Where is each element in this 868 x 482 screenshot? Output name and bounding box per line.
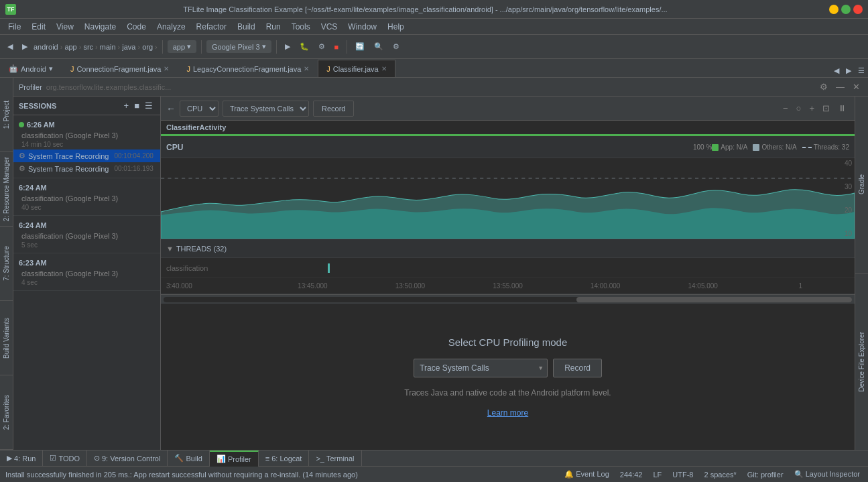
sessions-add-btn[interactable]: + (122, 100, 131, 111)
tab-legacy-fragment[interactable]: J LegacyConnectionFragment.java ✕ (178, 60, 318, 77)
breadcrumb-main[interactable]: main (100, 43, 116, 51)
cpu-record-btn[interactable]: Record (553, 359, 602, 377)
menu-window[interactable]: Window (343, 21, 382, 33)
stop-btn[interactable]: ■ (331, 41, 343, 53)
breadcrumb-java[interactable]: java (122, 43, 135, 51)
menu-run[interactable]: Run (261, 21, 286, 33)
menu-navigate[interactable]: Navigate (79, 21, 121, 33)
status-charset[interactable]: UTF-8 (670, 471, 696, 479)
tab-list-btn[interactable]: ☰ (855, 64, 868, 77)
left-tab-project[interactable]: 1: Project (0, 78, 13, 152)
tab-android[interactable]: 🤖 Android ▾ (0, 60, 62, 77)
session-trace-1[interactable]: ⚙ System Trace Recording 00:10:04.200 (13, 149, 160, 162)
forward-nav-btn[interactable]: ▶ (19, 40, 31, 53)
cpu-mode-select[interactable]: Trace System Calls (414, 359, 548, 377)
session-time-1[interactable]: 6:26 AM (13, 118, 160, 130)
bottom-tool-run[interactable]: ▶ 4: Run (0, 450, 43, 467)
sessions-stop-btn[interactable]: ■ (132, 100, 141, 111)
right-tab-device-explorer[interactable]: Device File Explorer (855, 274, 868, 450)
back-nav-btn[interactable]: ◀ (4, 40, 16, 53)
bottom-tool-build[interactable]: 🔨 Build (168, 450, 209, 467)
tab-nav-left[interactable]: ◀ (830, 64, 843, 77)
menu-edit[interactable]: Edit (26, 21, 51, 33)
zoom-in-btn[interactable]: + (806, 102, 817, 115)
run-btn[interactable]: ▶ (282, 40, 294, 53)
profiler-record-btn[interactable]: Record (313, 101, 354, 117)
zoom-out-btn[interactable]: − (780, 102, 791, 115)
project-selector[interactable]: app ▾ (168, 40, 196, 53)
tab-dropdown-icon[interactable]: ▾ (49, 64, 53, 73)
learn-more-link[interactable]: Learn more (487, 408, 528, 418)
right-tab-gradle[interactable]: Gradle (855, 97, 868, 274)
menu-code[interactable]: Code (121, 21, 151, 33)
session-time-3[interactable]: 6:24 AM (13, 219, 160, 231)
window-controls[interactable] (829, 5, 863, 14)
bottom-tool-profiler[interactable]: 📊 Profiler (210, 450, 259, 467)
attach-btn[interactable]: ⚙ (315, 40, 328, 53)
bottom-tool-todo[interactable]: ☑ TODO (43, 450, 87, 467)
zoom-reset-btn[interactable]: ○ (794, 102, 804, 115)
minimize-btn[interactable] (829, 5, 839, 14)
session-time-4[interactable]: 6:23 AM (13, 256, 160, 268)
left-tab-resource[interactable]: 2: Resource Manager (0, 152, 13, 227)
status-bar: Install successfully finished in 205 ms.… (0, 466, 868, 482)
menu-build[interactable]: Build (232, 21, 261, 33)
session-trace-dur-2: 00:01:16.193 (114, 165, 153, 172)
debug-btn[interactable]: 🐛 (296, 40, 312, 53)
left-tab-structure[interactable]: 7: Structure (0, 227, 13, 301)
left-tab-build-variants[interactable]: Build Variants (0, 301, 13, 375)
maximize-btn[interactable] (841, 5, 851, 14)
tab-connection-fragment[interactable]: J ConnectionFragment.java ✕ (62, 60, 178, 77)
sync-btn[interactable]: 🔄 (352, 40, 368, 53)
menu-tools[interactable]: Tools (286, 21, 316, 33)
tab-classifier[interactable]: J Classifier.java ✕ (318, 60, 395, 77)
menu-refactor[interactable]: Refactor (191, 21, 232, 33)
settings-btn[interactable]: ⚙ (389, 40, 403, 53)
scrollbar-track[interactable] (164, 297, 852, 302)
menu-view[interactable]: View (51, 21, 79, 33)
menu-vcs[interactable]: VCS (316, 21, 343, 33)
profiler-settings-btn[interactable]: ⚙ (817, 80, 830, 93)
layout-inspector-btn[interactable]: 🔍 Layout Inspector (792, 470, 863, 479)
session-time-2[interactable]: 6:24 AM (13, 181, 160, 193)
toolbar-separator-4 (347, 40, 347, 54)
threads-header[interactable]: ▼ THREADS (32) (161, 239, 855, 258)
scrollbar-thumb[interactable] (576, 297, 852, 302)
menu-file[interactable]: File (3, 21, 26, 33)
event-log-btn[interactable]: 🔔 Event Log (562, 470, 612, 479)
cpu-header: CPU 100 % App: N/A Others: N/A (161, 137, 855, 158)
search-btn[interactable]: 🔍 (371, 40, 387, 53)
bottom-tool-terminal[interactable]: >_ Terminal (309, 450, 361, 467)
status-position[interactable]: 244:42 (617, 471, 645, 479)
profiler-trace-select[interactable]: Trace System Calls (223, 101, 309, 117)
threads-collapse-icon[interactable]: ▼ (166, 245, 174, 253)
bottom-tool-logcat[interactable]: ≡ 6: Logcat (259, 450, 310, 467)
profiler-minimize-btn[interactable]: — (833, 80, 847, 93)
pause-btn[interactable]: ⏸ (835, 102, 849, 115)
profiler-close-btn[interactable]: ✕ (850, 80, 863, 93)
menu-help[interactable]: Help (382, 21, 410, 33)
left-tab-favorites[interactable]: 2: Favorites (0, 375, 13, 450)
tab-nav-right[interactable]: ▶ (843, 64, 855, 77)
status-encoding[interactable]: LF (650, 471, 664, 479)
breadcrumb-android[interactable]: android (34, 43, 58, 51)
profiler-cpu-select[interactable]: CPU (180, 101, 219, 117)
tab-close-2[interactable]: ✕ (304, 65, 309, 72)
tab-close-1[interactable]: ✕ (164, 65, 169, 72)
sessions-label: SESSIONS (19, 102, 56, 110)
device-selector[interactable]: Google Pixel 3 ▾ (206, 40, 271, 53)
horizontal-scrollbar[interactable] (161, 294, 855, 304)
breadcrumb-src[interactable]: src (83, 43, 93, 51)
close-btn[interactable] (853, 5, 863, 14)
profiler-back-btn[interactable]: ← (166, 103, 176, 114)
sessions-menu-btn[interactable]: ☰ (143, 100, 155, 111)
status-indent[interactable]: 2 spaces* (701, 471, 739, 479)
session-trace-2[interactable]: ⚙ System Trace Recording 00:01:16.193 (13, 162, 160, 175)
menu-analyze[interactable]: Analyze (151, 21, 191, 33)
tab-close-3[interactable]: ✕ (381, 65, 387, 72)
breadcrumb-app[interactable]: app (64, 43, 76, 51)
status-git[interactable]: Git: profiler (745, 471, 786, 479)
bottom-tool-vcs[interactable]: ⊙ 9: Version Control (87, 450, 168, 467)
zoom-fit-btn[interactable]: ⊡ (820, 102, 832, 115)
breadcrumb-org[interactable]: org (142, 43, 153, 51)
